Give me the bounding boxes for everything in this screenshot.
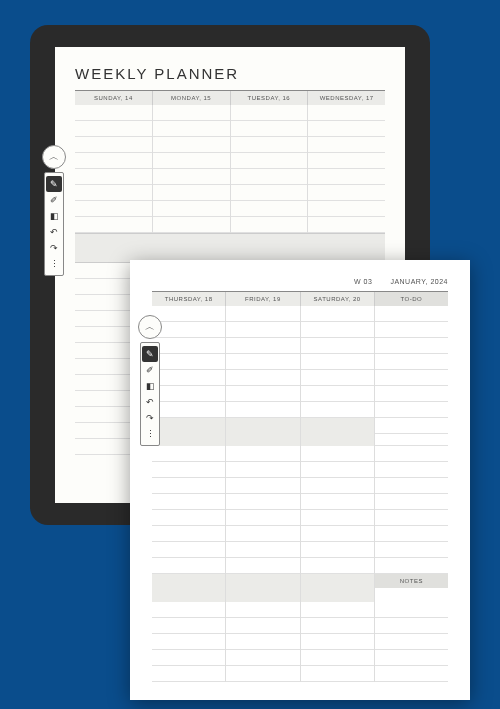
upper-lines-2	[152, 306, 448, 418]
day-header-fri: FRIDAY, 19	[226, 292, 300, 306]
undo-icon[interactable]: ↶	[142, 394, 158, 410]
day-header-sat: SATURDAY, 20	[301, 292, 375, 306]
tablet-toolbar: ︿ ✎ ✐ ◧ ↶ ↷ ⋮	[42, 145, 66, 276]
week-number: W 03	[354, 278, 372, 285]
marker-tool-icon[interactable]: ✐	[142, 362, 158, 378]
gray-divider-block	[75, 233, 385, 263]
collapse-toolbar-button[interactable]: ︿	[138, 315, 162, 339]
eraser-tool-icon[interactable]: ◧	[46, 208, 62, 224]
pen-tool-icon[interactable]: ✎	[46, 176, 62, 192]
day-header-tue: TUESDAY, 16	[231, 91, 309, 105]
day-header-mon: MONDAY, 15	[153, 91, 231, 105]
marker-tool-icon[interactable]: ✐	[46, 192, 62, 208]
collapse-toolbar-button[interactable]: ︿	[42, 145, 66, 169]
undo-icon[interactable]: ↶	[46, 224, 62, 240]
day-headers-row: SUNDAY, 14 MONDAY, 15 TUESDAY, 16 WEDNES…	[75, 90, 385, 105]
planner-page-right: W 03 JANUARY, 2024 THURSDAY, 18 FRIDAY, …	[130, 260, 470, 700]
more-tools-icon[interactable]: ⋮	[46, 256, 62, 272]
tool-palette: ✎ ✐ ◧ ↶ ↷ ⋮	[44, 172, 64, 276]
pen-tool-icon[interactable]: ✎	[142, 346, 158, 362]
eraser-tool-icon[interactable]: ◧	[142, 378, 158, 394]
day-header-sun: SUNDAY, 14	[75, 91, 153, 105]
page-meta-header: W 03 JANUARY, 2024	[152, 278, 448, 285]
more-tools-icon[interactable]: ⋮	[142, 426, 158, 442]
lower-gray-row: NOTES	[152, 574, 448, 602]
day-headers-row-2: THURSDAY, 18 FRIDAY, 19 SATURDAY, 20 TO-…	[152, 291, 448, 306]
month-year: JANUARY, 2024	[390, 278, 448, 285]
mid-lines-2	[152, 446, 448, 574]
redo-icon[interactable]: ↷	[46, 240, 62, 256]
tool-palette: ✎ ✐ ◧ ↶ ↷ ⋮	[140, 342, 160, 446]
day-header-thu: THURSDAY, 18	[152, 292, 226, 306]
lower-lines-2	[152, 602, 448, 682]
page2-toolbar: ︿ ✎ ✐ ◧ ↶ ↷ ⋮	[138, 315, 162, 446]
notes-header: NOTES	[375, 574, 448, 588]
todo-header: TO-DO	[375, 292, 448, 306]
upper-lines	[75, 105, 385, 233]
redo-icon[interactable]: ↷	[142, 410, 158, 426]
page-title: WEEKLY PLANNER	[75, 65, 385, 82]
day-header-wed: WEDNESDAY, 17	[308, 91, 385, 105]
mid-gray-row	[152, 418, 448, 446]
